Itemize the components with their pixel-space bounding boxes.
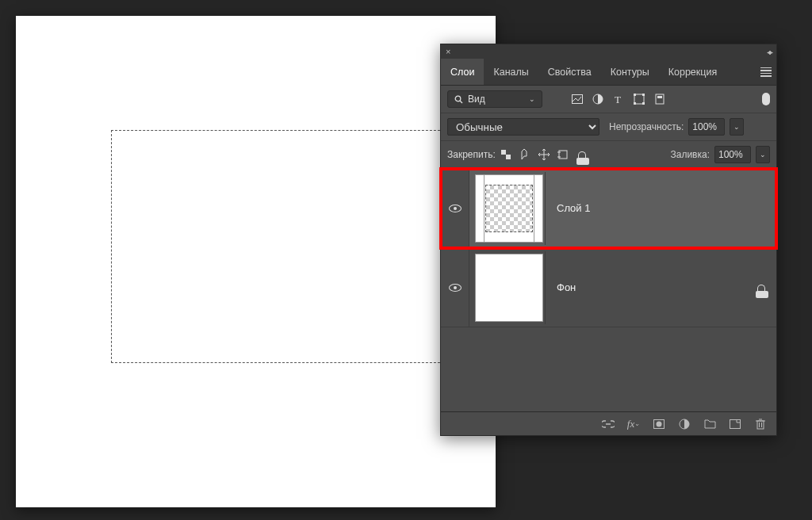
opacity-label: Непрозрачность: [609, 121, 684, 132]
eye-icon [449, 284, 462, 292]
group-layers-icon[interactable] [703, 418, 716, 430]
svg-text:T: T [615, 94, 621, 104]
tab-correction[interactable]: Коррекция [659, 59, 726, 85]
layer-mask-icon[interactable] [653, 418, 665, 430]
layer-filter-select[interactable]: Вид ⌄ [447, 90, 542, 108]
close-icon[interactable]: × [446, 47, 450, 56]
panel-footer: fx⌄ [441, 411, 776, 435]
blend-mode-select[interactable]: Обычные [447, 118, 599, 136]
lock-all-icon[interactable] [576, 149, 588, 160]
fill-chevron-icon[interactable]: ⌄ [756, 146, 770, 163]
svg-rect-7 [642, 94, 645, 96]
opacity-input[interactable]: 100% [688, 118, 725, 136]
lock-transparent-icon[interactable] [500, 149, 511, 160]
lock-artboard-icon[interactable] [557, 149, 569, 160]
svg-line-1 [460, 101, 462, 103]
layer-thumbnail[interactable] [473, 251, 546, 324]
svg-rect-22 [730, 419, 741, 428]
filter-label: Вид [468, 94, 485, 105]
layers-list: Слой 1 Фон [441, 169, 776, 411]
lock-position-icon[interactable] [538, 149, 550, 160]
lock-row: Закрепить: Заливка: 100% ⌄ [441, 141, 776, 169]
svg-rect-8 [634, 102, 636, 105]
new-layer-icon[interactable] [729, 418, 741, 430]
svg-rect-13 [506, 155, 511, 159]
panel-menu-icon[interactable] [756, 59, 776, 85]
collapse-icon[interactable]: ◂▸ [767, 48, 772, 56]
eye-icon [449, 205, 462, 212]
tab-layers[interactable]: Слои [441, 59, 484, 85]
svg-rect-23 [757, 421, 764, 429]
layers-panel: × ◂▸ Слои Каналы Свойства Контуры Коррек… [440, 44, 777, 436]
layer-visibility-toggle[interactable] [441, 169, 469, 247]
lock-label: Закрепить: [447, 149, 496, 160]
fill-label: Заливка: [670, 149, 710, 160]
tab-channels[interactable]: Каналы [484, 59, 538, 85]
panel-tabs: Слои Каналы Свойства Контуры Коррекция [441, 59, 776, 86]
search-icon [454, 95, 463, 104]
svg-rect-12 [501, 150, 506, 155]
filter-toggle-switch[interactable] [762, 93, 770, 105]
panel-titlebar: × ◂▸ [441, 44, 776, 59]
svg-rect-9 [642, 102, 645, 105]
svg-point-20 [657, 421, 662, 426]
blend-row: Обычные Непрозрачность: 100% ⌄ [441, 113, 776, 141]
fill-input[interactable]: 100% [714, 146, 751, 163]
marquee-selection [111, 130, 444, 363]
layer-visibility-toggle[interactable] [441, 248, 469, 327]
layer-row[interactable]: Слой 1 [441, 169, 776, 248]
filter-type-icon[interactable]: T [612, 93, 625, 105]
tab-properties[interactable]: Свойства [538, 59, 601, 85]
canvas[interactable] [16, 16, 496, 507]
filter-pixel-icon[interactable] [571, 93, 584, 105]
link-layers-icon[interactable] [602, 418, 615, 430]
adjustment-layer-icon[interactable] [678, 418, 691, 430]
svg-point-0 [455, 96, 461, 101]
layer-style-icon[interactable]: fx⌄ [627, 418, 640, 430]
filter-row: Вид ⌄ T [441, 86, 776, 113]
filter-smart-icon[interactable] [653, 93, 666, 105]
delete-layer-icon[interactable] [754, 418, 767, 430]
layer-thumbnail[interactable] [473, 172, 546, 245]
filter-adjust-icon[interactable] [592, 93, 604, 105]
layer-lock-icon[interactable] [756, 281, 767, 294]
filter-shape-icon[interactable] [633, 93, 645, 105]
svg-rect-6 [634, 94, 636, 96]
svg-rect-11 [657, 96, 662, 98]
tab-paths[interactable]: Контуры [601, 59, 659, 85]
svg-rect-10 [656, 94, 664, 104]
layer-name[interactable]: Слой 1 [546, 202, 590, 214]
chevron-down-icon: ⌄ [529, 95, 535, 103]
svg-rect-2 [573, 95, 583, 104]
layer-row[interactable]: Фон [441, 248, 776, 327]
layer-name[interactable]: Фон [546, 281, 576, 293]
lock-image-icon[interactable] [519, 149, 530, 160]
opacity-chevron-icon[interactable]: ⌄ [730, 118, 744, 136]
